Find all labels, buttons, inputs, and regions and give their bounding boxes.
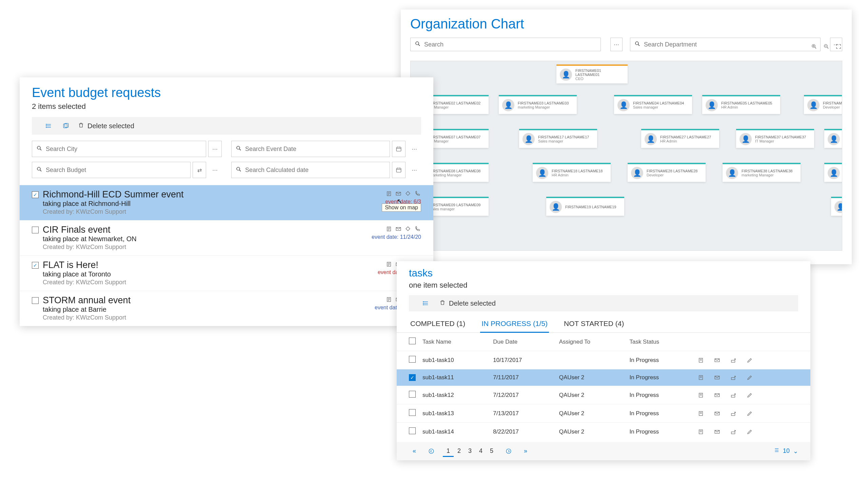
org-card[interactable]: 👤 FIRSTNAME47 LASTNAME47 marketing Manag… bbox=[824, 129, 842, 148]
notes-icon[interactable] bbox=[385, 260, 393, 268]
pager-page[interactable]: 4 bbox=[475, 446, 486, 456]
search-budget-input[interactable] bbox=[46, 167, 186, 174]
org-card[interactable]: 👤 FIRSTNAME48 LASTNAME48 bbox=[824, 163, 842, 182]
tasks-tab[interactable]: COMPLETED (1) bbox=[409, 316, 467, 332]
mail-icon[interactable] bbox=[714, 411, 721, 416]
tasks-tab[interactable]: NOT STARTED (4) bbox=[562, 316, 625, 332]
org-card[interactable]: 👤 FIRSTNAME03 LASTNAME03 marketing Manag… bbox=[499, 95, 577, 114]
search-calc-date-input[interactable] bbox=[245, 167, 385, 174]
pager-page[interactable]: 2 bbox=[454, 446, 464, 456]
pager-page[interactable]: 5 bbox=[486, 446, 497, 456]
search-city[interactable] bbox=[32, 141, 206, 157]
search-city-more[interactable]: ⋯ bbox=[208, 141, 222, 157]
mail-icon[interactable] bbox=[714, 357, 721, 363]
org-card[interactable]: 👤 FIRSTNAME28 LASTNAME28 Developer bbox=[628, 163, 706, 182]
event-item[interactable]: FLAT is Here! taking place at Toronto Cr… bbox=[20, 255, 433, 291]
task-checkbox[interactable] bbox=[409, 409, 416, 416]
org-card[interactable]: 👤 FIRSTNAME18 LASTNAME18 HR Admin bbox=[533, 163, 611, 182]
mail-icon[interactable] bbox=[395, 190, 402, 197]
search-budget[interactable] bbox=[32, 162, 190, 178]
notes-icon[interactable] bbox=[697, 411, 705, 416]
task-row[interactable]: sub1-task12 7/12/2017 QAUser 2 In Progre… bbox=[397, 386, 810, 404]
org-dept-input[interactable] bbox=[644, 41, 816, 48]
event-checkbox[interactable] bbox=[32, 227, 39, 233]
org-search-more[interactable]: ⋯ bbox=[610, 38, 622, 51]
export-icon[interactable] bbox=[730, 429, 737, 435]
org-search[interactable] bbox=[410, 38, 601, 51]
org-card[interactable]: 👤 FIRSTNAME37 LASTNAME37 IT Manager bbox=[736, 129, 814, 148]
notes-icon[interactable] bbox=[385, 190, 393, 197]
pager-page[interactable]: 3 bbox=[464, 446, 475, 456]
notes-icon[interactable] bbox=[697, 375, 705, 381]
task-checkbox[interactable] bbox=[409, 427, 416, 434]
location-icon[interactable] bbox=[404, 225, 412, 233]
tasks-tab[interactable]: IN PROGRESS (1/5) bbox=[480, 316, 549, 332]
pager-page[interactable]: 1 bbox=[443, 446, 454, 457]
notes-icon[interactable] bbox=[697, 357, 705, 363]
event-item[interactable]: STORM annual event taking place at Barri… bbox=[20, 291, 433, 326]
export-icon[interactable] bbox=[730, 411, 737, 416]
location-icon[interactable] bbox=[404, 190, 412, 197]
page-size-selector[interactable]: 10 ⌄ bbox=[773, 447, 798, 455]
pager-last-icon[interactable]: » bbox=[520, 446, 531, 457]
zoom-out-icon[interactable] bbox=[823, 44, 829, 51]
app-icon[interactable] bbox=[61, 121, 71, 131]
org-card[interactable]: 👤 FIRSTNAME04 LASTNAME04 Sales manager bbox=[614, 95, 692, 114]
task-checkbox[interactable] bbox=[409, 374, 416, 381]
notes-icon[interactable] bbox=[385, 225, 393, 233]
list-view-icon[interactable] bbox=[421, 299, 431, 308]
col-due-date[interactable]: Due Date bbox=[489, 333, 555, 351]
task-checkbox[interactable] bbox=[409, 391, 416, 398]
org-search-input[interactable] bbox=[424, 41, 596, 48]
export-icon[interactable] bbox=[730, 357, 737, 363]
org-card[interactable]: 👤 FIRSTNAME05 LASTNAME05 HR Admin bbox=[702, 95, 780, 114]
search-event-date-more[interactable]: ⋯ bbox=[408, 141, 421, 157]
notes-icon[interactable] bbox=[385, 296, 393, 303]
search-event-date-input[interactable] bbox=[245, 146, 385, 153]
org-card[interactable]: 👤 FIRSTNAME17 LASTNAME17 Sales manager bbox=[519, 129, 597, 148]
mail-icon[interactable] bbox=[714, 429, 721, 435]
col-task-status[interactable]: Task Status bbox=[626, 333, 694, 351]
export-icon[interactable] bbox=[730, 392, 737, 398]
search-calc-date-more[interactable]: ⋯ bbox=[408, 162, 421, 178]
edit-icon[interactable] bbox=[746, 392, 753, 398]
mail-icon[interactable] bbox=[714, 392, 721, 398]
notes-icon[interactable] bbox=[697, 392, 705, 398]
pager-next-icon[interactable] bbox=[503, 446, 514, 457]
edit-icon[interactable] bbox=[746, 357, 753, 363]
org-card[interactable]: 👤 FIRSTNAME27 LASTNAME27 HR Admin bbox=[641, 129, 719, 148]
task-row[interactable]: sub1-task13 7/13/2017 QAUser 2 In Progre… bbox=[397, 404, 810, 423]
event-checkbox[interactable] bbox=[32, 297, 39, 304]
org-board[interactable]: 👤 FIRSTNAME01 LASTNAME01 CEO 👤 FIRSTNAME… bbox=[410, 61, 842, 251]
mail-icon[interactable] bbox=[714, 375, 721, 381]
search-city-input[interactable] bbox=[46, 146, 202, 153]
search-calc-date[interactable] bbox=[231, 162, 390, 178]
task-checkbox[interactable] bbox=[409, 356, 416, 363]
org-dept-more[interactable]: ⋯ bbox=[830, 38, 842, 51]
task-row[interactable]: sub1-task10 10/17/2017 In Progress bbox=[397, 351, 810, 369]
mail-icon[interactable] bbox=[395, 225, 402, 233]
search-budget-more[interactable]: ⋯ bbox=[208, 162, 222, 178]
expand-icon[interactable] bbox=[835, 44, 842, 51]
org-card[interactable]: 👤 FIRSTNAME38 LASTNAME38 marketing Manag… bbox=[722, 163, 801, 182]
edit-icon[interactable] bbox=[746, 429, 753, 435]
pager-prev-icon[interactable] bbox=[426, 446, 437, 457]
event-item[interactable]: Richmond-Hill ECD Summer event taking pl… bbox=[20, 185, 433, 220]
org-card[interactable]: 👤 FIRSTNAME19 LASTNAME19 bbox=[546, 197, 624, 216]
pager-first-icon[interactable]: « bbox=[409, 446, 420, 457]
task-row[interactable]: sub1-task11 7/11/2017 QAUser 2 In Progre… bbox=[397, 369, 810, 386]
delete-selected-button[interactable]: Delete selected bbox=[78, 122, 134, 130]
event-checkbox[interactable] bbox=[32, 262, 39, 269]
phone-icon[interactable] bbox=[414, 190, 421, 197]
notes-icon[interactable] bbox=[697, 429, 705, 435]
zoom-in-icon[interactable] bbox=[811, 44, 817, 51]
event-checkbox[interactable] bbox=[32, 191, 39, 198]
org-card-ceo[interactable]: 👤 FIRSTNAME01 LASTNAME01 CEO bbox=[556, 64, 628, 83]
swap-icon[interactable]: ⇄ bbox=[193, 162, 206, 178]
org-card[interactable]: 👤 FIRSTNAME06 LASTNAME06 Developer bbox=[804, 95, 842, 114]
edit-icon[interactable] bbox=[746, 375, 753, 381]
select-all-checkbox[interactable] bbox=[409, 338, 416, 344]
calendar-icon[interactable] bbox=[392, 141, 406, 157]
col-assigned-to[interactable]: Assigned To bbox=[556, 333, 626, 351]
calendar-icon[interactable] bbox=[392, 162, 406, 178]
